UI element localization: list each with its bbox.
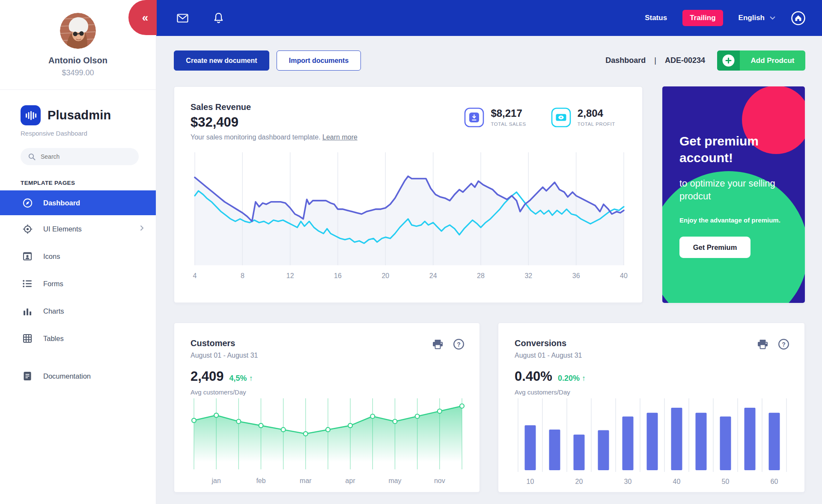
sidebar-item-ui-elements[interactable]: UI Elements (0, 215, 156, 243)
sales-card-title: Sales Revenue (191, 102, 357, 112)
avatar[interactable] (60, 13, 96, 49)
search-input[interactable] (41, 153, 105, 160)
customers-delta: 4,5% ↑ (229, 374, 253, 383)
table-grid-icon (22, 334, 33, 343)
search-icon (28, 153, 36, 160)
id-card-icon (22, 252, 33, 261)
total-profit-stat: 2,804 TOTAL PROFIT (551, 107, 615, 141)
actions-row: Create new document Import documents Das… (174, 50, 805, 71)
arrow-up-icon: ↑ (249, 374, 253, 382)
learn-more-link[interactable]: Learn more (322, 133, 357, 141)
sales-revenue-card: Sales Revenue $32,409 Your sales monitor… (174, 86, 643, 303)
svg-text:50: 50 (722, 478, 730, 485)
document-icon (22, 371, 33, 381)
sidebar-item-label: Forms (43, 280, 63, 288)
plus-circle-icon (717, 50, 740, 71)
print-icon[interactable] (757, 339, 768, 351)
profile-name: Antonio Olson (0, 56, 156, 65)
compass-icon (22, 198, 33, 208)
customers-title: Customers (191, 338, 258, 348)
print-icon[interactable] (432, 339, 444, 351)
sidebar-item-label: Tables (43, 335, 64, 343)
search-box[interactable] (21, 148, 139, 165)
brand-block: Plusadmin Responsive Dashboard (0, 90, 156, 137)
svg-text:may: may (388, 477, 401, 484)
sidebar-item-forms[interactable]: Forms (0, 270, 156, 297)
language-selector[interactable]: English (739, 14, 775, 22)
svg-text:8: 8 (241, 272, 244, 279)
total-sales-label: TOTAL SALES (491, 122, 526, 127)
svg-text:4: 4 (193, 272, 197, 279)
total-profit-value: 2,804 (578, 107, 615, 119)
svg-text:10: 10 (527, 478, 534, 485)
home-icon[interactable] (791, 11, 806, 26)
sidebar-item-label: Icons (43, 252, 60, 261)
sidebar: Antonio Olson $3499.00 Plusadmin Respons… (0, 0, 156, 504)
trailing-badge[interactable]: Trailing (682, 10, 723, 26)
brand-tagline: Responsive Dashboard (21, 130, 135, 137)
svg-text:?: ? (782, 341, 786, 348)
svg-text:20: 20 (575, 478, 583, 485)
premium-note: Enjoy the advantage of premium. (679, 216, 790, 224)
chevron-down-icon (770, 16, 775, 20)
svg-text:40: 40 (673, 478, 681, 485)
premium-subtitle: to optimize your selling prodcut (679, 177, 790, 203)
conversions-chart: 102030405060 (515, 397, 791, 488)
add-product-button[interactable]: Add Prodcut (717, 50, 805, 71)
import-documents-button[interactable]: Import documents (277, 50, 361, 71)
sidebar-section-label: TEMPLATE PAGES (21, 180, 135, 186)
conversions-title: Conversions (515, 338, 582, 348)
svg-text:32: 32 (524, 272, 532, 279)
main-content: Create new document Import documents Das… (156, 36, 822, 504)
customers-date-range: August 01 - August 31 (191, 352, 258, 359)
brand-name: Plusadmin (48, 108, 111, 122)
sidebar-item-dashboard[interactable]: Dashboard (0, 190, 156, 215)
status-menu[interactable]: Status (645, 14, 667, 22)
svg-text:?: ? (457, 341, 461, 348)
breadcrumb: Dashboard | ADE-00234 (605, 56, 705, 65)
customers-caption: Avg customers/Day (191, 388, 465, 396)
svg-text:30: 30 (624, 478, 632, 485)
conversions-card: Conversions August 01 - August 31 (498, 323, 805, 492)
list-icon (22, 280, 33, 288)
svg-text:24: 24 (429, 272, 437, 279)
get-premium-button[interactable]: Get Premium (679, 237, 751, 258)
sidebar-item-label: Documentation (43, 372, 91, 380)
customers-chart: janfebmaraprmaynov (191, 397, 465, 488)
sales-card-subtitle: Your sales monitoring dashboard template… (191, 133, 321, 141)
sidebar-item-label: Dashboard (43, 199, 80, 207)
svg-text:28: 28 (477, 272, 485, 279)
create-document-button[interactable]: Create new document (174, 50, 269, 71)
document-id: ADE-00234 (665, 56, 705, 65)
sidebar-item-tables[interactable]: Tables (0, 325, 156, 352)
chevron-right-icon (140, 225, 144, 233)
total-sales-value: $8,217 (491, 107, 526, 119)
svg-text:feb: feb (256, 477, 265, 484)
help-icon[interactable]: ? (778, 338, 789, 352)
sidebar-item-icons[interactable]: Icons (0, 243, 156, 270)
breadcrumb-page[interactable]: Dashboard (605, 56, 646, 65)
sidebar-item-documentation[interactable]: Documentation (0, 362, 156, 390)
mail-icon[interactable] (177, 14, 188, 23)
svg-text:12: 12 (286, 272, 294, 279)
profile-balance: $3499.00 (0, 68, 156, 77)
target-icon (22, 224, 33, 234)
topbar: « Status Trailing English (156, 0, 822, 36)
sales-revenue-chart: 481216202428323640 (191, 149, 628, 282)
breadcrumb-separator: | (654, 56, 656, 65)
svg-text:40: 40 (620, 272, 628, 279)
bell-icon[interactable] (213, 12, 224, 24)
total-sales-stat: $8,217 TOTAL SALES (464, 107, 526, 141)
conversions-caption: Avg customers/Day (515, 388, 789, 396)
conversions-date-range: August 01 - August 31 (515, 352, 582, 359)
language-label: English (739, 14, 765, 22)
sidebar-item-charts[interactable]: Charts (0, 297, 156, 325)
total-profit-label: TOTAL PROFIT (578, 122, 615, 127)
customers-card: Customers August 01 - August 31 (174, 323, 480, 492)
svg-text:nov: nov (434, 477, 445, 484)
sidebar-item-label: UI Elements (43, 225, 82, 233)
total-profit-icon (551, 107, 571, 129)
svg-text:apr: apr (345, 477, 356, 484)
svg-text:jan: jan (211, 477, 220, 484)
help-icon[interactable]: ? (453, 338, 465, 352)
